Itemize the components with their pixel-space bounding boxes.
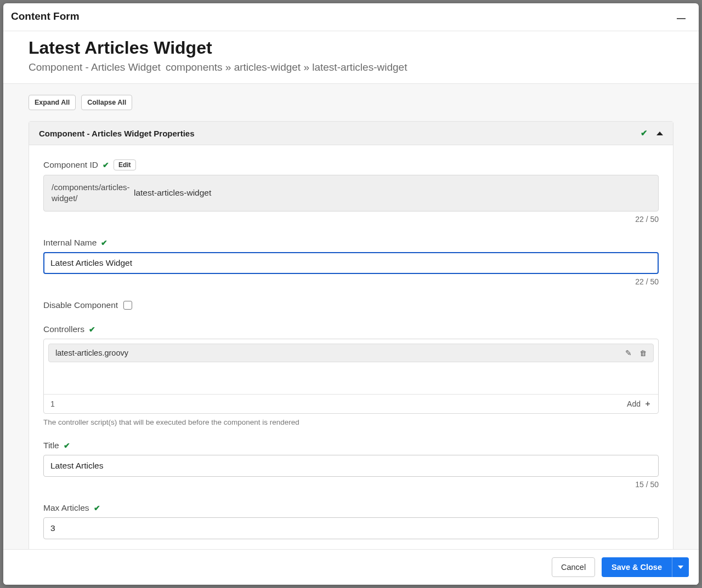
component-id-box: /components/articles-widget/ latest-arti… [43,175,659,212]
properties-section: Component - Articles Widget Properties ✔… [29,121,673,549]
disable-component-checkbox[interactable] [123,301,132,310]
component-id-prefix: /components/articles-widget/ [52,182,134,204]
expand-all-button[interactable]: Expand All [29,95,76,110]
field-max-articles: Max Articles ✔ [43,503,659,539]
edit-component-id-button[interactable]: Edit [114,159,136,170]
section-title: Component - Articles Widget Properties [39,129,195,138]
field-controllers: Controllers ✔ latest-articles.groovy [43,324,659,426]
section-header[interactable]: Component - Articles Widget Properties ✔ [29,122,673,145]
field-disable-component: Disable Component [43,300,659,310]
controllers-label: Controllers [43,324,84,334]
section-body: Component ID ✔ Edit /components/articles… [29,145,673,549]
page-title: Latest Articles Widget [29,38,673,58]
check-icon: ✔ [64,441,70,450]
title-label: Title [43,441,59,450]
internal-name-input[interactable] [43,252,659,274]
controller-name: latest-articles.groovy [55,349,128,357]
title-input[interactable] [43,455,659,477]
edit-icon[interactable] [625,349,632,357]
controllers-count: 1 [50,399,55,408]
disable-component-label: Disable Component [43,300,118,310]
component-id-count: 22 / 50 [43,215,659,224]
component-id-value: latest-articles-widget [134,188,211,198]
check-icon: ✔ [101,238,107,247]
minimize-icon [677,18,686,19]
check-icon: ✔ [89,325,95,334]
internal-name-label: Internal Name [43,238,97,248]
page-meta: Component - Articles Widget components »… [29,61,673,73]
max-articles-label: Max Articles [43,503,89,513]
dialog-title: Content Form [11,10,80,22]
save-close-dropdown[interactable] [672,557,689,577]
field-component-id: Component ID ✔ Edit /components/articles… [43,159,659,224]
section-valid-icon: ✔ [641,128,648,138]
chevron-up-icon[interactable] [656,132,663,135]
delete-icon[interactable] [639,349,647,357]
content-header: Latest Articles Widget Component - Artic… [3,31,699,84]
add-label: Add [627,399,641,408]
save-close-group: Save & Close [602,557,689,577]
expand-collapse-toolbar: Expand All Collapse All [29,95,673,110]
collapse-all-button[interactable]: Collapse All [81,95,132,110]
field-title: Title ✔ 15 / 50 [43,441,659,489]
chevron-down-icon [678,566,683,569]
check-icon: ✔ [94,504,100,512]
form-body[interactable]: Expand All Collapse All Component - Arti… [3,84,699,549]
controllers-footer: 1 Add ＋ [44,394,658,413]
add-controller-button[interactable]: Add ＋ [627,399,652,409]
save-close-button[interactable]: Save & Close [602,557,672,577]
component-id-label: Component ID [43,160,98,170]
dialog-footer: Cancel Save & Close [3,549,699,585]
max-articles-input[interactable] [43,517,659,539]
content-form-dialog: Content Form Latest Articles Widget Comp… [3,3,699,585]
title-count: 15 / 50 [43,480,659,489]
controllers-box: latest-articles.groovy 1 Add [43,339,659,414]
controllers-helper: The controller script(s) that will be ex… [43,418,659,426]
breadcrumb: components » articles-widget » latest-ar… [166,61,407,73]
internal-name-count: 22 / 50 [43,277,659,286]
cancel-button[interactable]: Cancel [552,557,595,577]
component-type: Component - Articles Widget [29,61,161,73]
field-internal-name: Internal Name ✔ 22 / 50 [43,238,659,286]
controller-row[interactable]: latest-articles.groovy [48,344,654,362]
controllers-list: latest-articles.groovy [44,339,658,394]
dialog-header: Content Form [3,3,699,31]
check-icon: ✔ [103,161,109,169]
plus-icon: ＋ [644,399,652,409]
minimize-button[interactable] [673,9,689,24]
